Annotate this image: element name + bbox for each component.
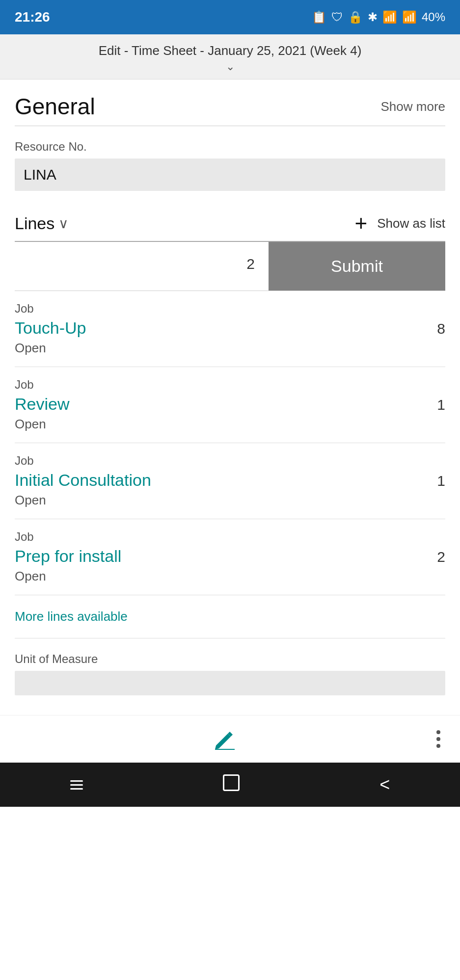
job-item[interactable]: Job Touch-Up Open 8 — [15, 291, 445, 367]
status-icons: 📋 🛡 🔒 ✱ 📶 📶 40% — [312, 10, 445, 24]
pencil-icon — [211, 727, 236, 751]
dot-icon — [436, 737, 440, 741]
add-line-button[interactable]: + — [355, 212, 368, 234]
show-more-button[interactable]: Show more — [381, 99, 446, 114]
job-item[interactable]: Job Initial Consultation Open 1 — [15, 443, 445, 519]
job-name-col: Prep for install Open — [15, 547, 121, 584]
system-nav-bar: < — [0, 763, 460, 807]
hamburger-icon — [70, 780, 83, 790]
job-name-col: Initial Consultation Open — [15, 471, 151, 508]
job-item[interactable]: Job Review Open 1 — [15, 367, 445, 443]
job-type-label: Job — [15, 530, 445, 544]
back-arrow-icon: < — [379, 774, 390, 795]
job-qty: 8 — [437, 318, 445, 337]
header-chevron-icon[interactable]: ⌄ — [15, 60, 445, 73]
general-section-title: General — [15, 93, 95, 120]
more-lines-button[interactable]: More lines available — [15, 609, 128, 624]
uom-value[interactable] — [15, 671, 445, 695]
resource-field-group: Resource No. LINA — [15, 126, 445, 199]
lines-actions: + Show as list — [355, 212, 445, 234]
job-item[interactable]: Job Prep for install Open 2 — [15, 519, 445, 595]
job-items-list: Job Touch-Up Open 8 Job Review Open — [15, 291, 445, 595]
job-name: Touch-Up — [15, 318, 86, 338]
job-item-row: Review Open 1 — [15, 395, 445, 432]
job-type-label: Job — [15, 454, 445, 468]
job-name: Prep for install — [15, 547, 121, 566]
header-bar: Edit - Time Sheet - January 25, 2021 (We… — [0, 34, 460, 79]
total-qty: 2 — [15, 242, 269, 291]
job-name-col: Review Open — [15, 395, 69, 432]
job-name: Review — [15, 395, 69, 414]
resource-value[interactable]: LINA — [15, 159, 445, 191]
job-status: Open — [15, 569, 121, 584]
bottom-toolbar — [0, 715, 460, 763]
lines-section: Lines ∨ + Show as list 2 Submit Job Touc — [15, 199, 445, 695]
job-status: Open — [15, 417, 69, 432]
resource-label: Resource No. — [15, 140, 445, 154]
job-qty: 1 — [437, 471, 445, 489]
home-square-icon — [223, 774, 240, 791]
lines-header: Lines ∨ + Show as list — [15, 212, 445, 242]
submit-button[interactable]: Submit — [269, 242, 445, 291]
status-time: 21:26 — [15, 9, 50, 25]
lock-icon: 🔒 — [348, 10, 363, 24]
main-content: General Show more Resource No. LINA Line… — [0, 79, 460, 695]
job-type-label: Job — [15, 378, 445, 392]
bluetooth-icon: ✱ — [368, 10, 378, 24]
lines-table-header: 2 Submit — [15, 242, 445, 291]
more-options-button[interactable] — [432, 725, 445, 753]
job-name: Initial Consultation — [15, 471, 151, 490]
edit-button[interactable] — [211, 727, 236, 751]
job-item-row: Initial Consultation Open 1 — [15, 471, 445, 508]
job-item-row: Prep for install Open 2 — [15, 547, 445, 584]
submit-column: Submit — [269, 242, 445, 291]
job-status: Open — [15, 341, 86, 356]
job-qty: 1 — [437, 395, 445, 413]
job-name-col: Touch-Up Open — [15, 318, 86, 356]
job-type-label: Job — [15, 302, 445, 316]
signal-icon: 📶 — [402, 10, 417, 24]
dot-icon — [436, 730, 440, 734]
wifi-icon: 📶 — [382, 10, 397, 24]
more-lines-section: More lines available — [15, 595, 445, 638]
header-title: Edit - Time Sheet - January 25, 2021 (We… — [15, 43, 445, 58]
uom-label: Unit of Measure — [15, 652, 445, 666]
lines-title: Lines ∨ — [15, 214, 69, 233]
status-bar: 21:26 📋 🛡 🔒 ✱ 📶 📶 40% — [0, 0, 460, 34]
lines-chevron-icon: ∨ — [58, 215, 69, 232]
show-as-list-button[interactable]: Show as list — [377, 216, 445, 231]
nav-back-button[interactable]: < — [365, 769, 405, 800]
job-status: Open — [15, 493, 151, 508]
dot-icon — [436, 744, 440, 748]
battery-indicator: 40% — [422, 10, 445, 24]
nav-home-button[interactable] — [208, 769, 254, 800]
job-item-row: Touch-Up Open 8 — [15, 318, 445, 356]
job-qty: 2 — [437, 547, 445, 565]
uom-section: Unit of Measure — [15, 638, 445, 695]
nav-menu-button[interactable] — [55, 775, 98, 795]
general-section-header: General Show more — [15, 79, 445, 126]
shield-icon: 🛡 — [331, 10, 343, 24]
clipboard-icon: 📋 — [312, 10, 326, 24]
